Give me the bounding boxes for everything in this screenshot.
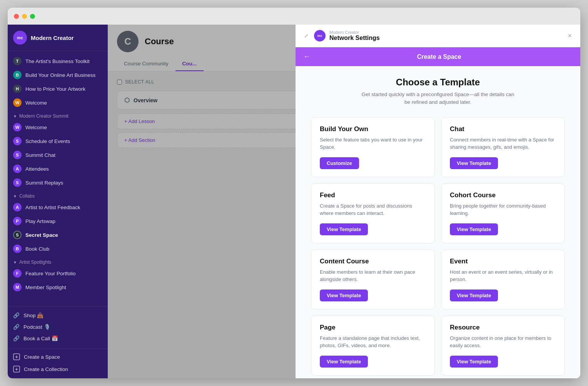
create-label: Create a Space	[24, 354, 60, 360]
traffic-light-yellow[interactable]	[22, 14, 27, 19]
view-template-button-feed[interactable]: View Template	[320, 223, 368, 235]
section-label: Collabs	[19, 193, 35, 199]
sidebar-item-welcome[interactable]: W Welcome	[8, 96, 108, 110]
traffic-light-green[interactable]	[30, 14, 35, 19]
sidebar-item-book-club[interactable]: B Book Club	[8, 242, 108, 256]
section-label: Modern Creator Summit	[19, 113, 68, 119]
item-icon: B	[13, 245, 22, 253]
window: mc Modern Creator T The Artist's Busines…	[8, 8, 580, 378]
sidebar-item-label: Welcome	[25, 125, 47, 130]
sidebar-item-label: Welcome	[25, 100, 47, 106]
item-icon: B	[13, 71, 22, 79]
network-modal-title-group: Modern Creator Network Settings	[329, 30, 562, 42]
sidebar-item-label: How to Price Your Artwork	[25, 86, 85, 92]
sidebar-item-summit-welcome[interactable]: W Welcome	[8, 120, 108, 134]
template-card-content-course: Content Course Enable members to learn a…	[311, 250, 435, 309]
create-plus-icon: +	[13, 366, 20, 373]
sidebar-item-artist-feedback[interactable]: A Artist to Artist Feedback	[8, 200, 108, 214]
item-icon: W	[13, 123, 22, 131]
sidebar-item-label: Member Spotlight	[25, 285, 66, 290]
sidebar-item-label: Secret Space	[25, 232, 58, 238]
sidebar-item-label: Summit Chat	[25, 152, 55, 158]
back-button[interactable]: ←	[303, 53, 310, 61]
view-template-button-content-course[interactable]: View Template	[320, 290, 368, 301]
sidebar-create-section: + Create a Space + Create a Collection	[8, 349, 108, 378]
sidebar-item-summit-chat[interactable]: S Summit Chat	[8, 148, 108, 162]
network-modal-title: Network Settings	[329, 35, 562, 42]
sidebar-app-name: Modern Creator	[31, 35, 74, 41]
item-icon: H	[13, 85, 22, 93]
template-title: Page	[320, 324, 426, 331]
item-icon: S	[13, 151, 22, 159]
template-desc: Organize content in one place for member…	[450, 334, 556, 349]
template-title: Event	[450, 258, 556, 265]
sidebar-item-feature-portfolio[interactable]: F Feature Your Portfolio	[8, 266, 108, 280]
template-title: Resource	[450, 324, 556, 331]
footer-label: Podcast 🎙️	[23, 324, 50, 330]
item-icon: S	[13, 137, 22, 145]
template-card-page: Page Feature a standalone page that incl…	[311, 316, 435, 376]
template-title: Chat	[450, 125, 556, 133]
sidebar-footer-podcast[interactable]: 🔗 Podcast 🎙️	[8, 321, 108, 333]
sidebar-item-member-spotlight[interactable]: M Member Spotlight	[8, 280, 108, 294]
template-desc: Enable members to learn at their own pac…	[320, 268, 426, 283]
sidebar-item-how-price[interactable]: H How to Price Your Artwork	[8, 82, 108, 96]
template-card-feed: Feed Create a Space for posts and discus…	[311, 183, 435, 243]
template-chooser-subtitle: Get started quickly with a preconfigured…	[311, 91, 565, 106]
sidebar-footer: 🔗 Shop 👜 🔗 Podcast 🎙️ 🔗 Book a Call 📅	[8, 306, 108, 349]
sidebar-item-label: Summit Replays	[25, 180, 63, 186]
view-template-button-resource[interactable]: View Template	[450, 356, 498, 368]
chevron-icon: ▼	[13, 114, 17, 118]
external-link-icon: 🔗	[13, 312, 20, 318]
view-template-button-page[interactable]: View Template	[320, 356, 368, 368]
sidebar-item-attendees[interactable]: A Attendees	[8, 162, 108, 176]
template-desc: Connect members in real-time with a Spac…	[450, 136, 556, 151]
template-chooser: Choose a Template Get started quickly wi…	[296, 66, 580, 378]
network-modal-header: ⤢ mc Modern Creator Network Settings ×	[296, 25, 580, 47]
chevron-icon: ▼	[13, 260, 17, 265]
footer-label: Book a Call 📅	[23, 335, 58, 341]
sidebar-section-modern-creator-summit[interactable]: ▼ Modern Creator Summit	[8, 110, 108, 120]
item-icon: F	[13, 269, 22, 278]
sidebar-item-label: Play Artswap	[25, 218, 55, 224]
sidebar-section-artist-spotlights[interactable]: ▼ Artist Spotlights	[8, 256, 108, 266]
template-chooser-title: Choose a Template	[311, 77, 565, 88]
sidebar: mc Modern Creator T The Artist's Busines…	[8, 25, 108, 378]
sidebar-section-collabs[interactable]: ▼ Collabs	[8, 190, 108, 200]
template-title: Cohort Course	[450, 191, 556, 199]
sidebar-item-artists-business[interactable]: T The Artist's Business Toolkit	[8, 54, 108, 68]
sidebar-item-schedule[interactable]: S Schedule of Events	[8, 134, 108, 148]
view-template-button-chat[interactable]: View Template	[450, 157, 498, 169]
item-icon: W	[13, 98, 22, 107]
view-template-button-event[interactable]: View Template	[450, 290, 498, 301]
template-title: Feed	[320, 191, 426, 199]
template-card-cohort-course: Cohort Course Bring people together for …	[441, 183, 565, 243]
item-icon: P	[13, 217, 22, 225]
sidebar-create-collection[interactable]: + Create a Collection	[8, 363, 108, 375]
create-space-title: Create a Space	[315, 53, 563, 60]
sidebar-item-play-artswap[interactable]: P Play Artswap	[8, 214, 108, 228]
sidebar-create-space[interactable]: + Create a Space	[8, 351, 108, 363]
sidebar-item-secret-space[interactable]: S Secret Space	[8, 228, 108, 242]
customize-button[interactable]: Customize	[320, 157, 359, 169]
app-body: mc Modern Creator T The Artist's Busines…	[8, 25, 580, 378]
create-space-header: ← Create a Space	[296, 47, 580, 66]
network-modal-logo: mc	[314, 30, 326, 42]
template-desc: Feature a standalone page that includes …	[320, 334, 426, 349]
sidebar-item-build-online[interactable]: B Build Your Online Art Business	[8, 68, 108, 82]
expand-icon[interactable]: ⤢	[302, 31, 310, 40]
sidebar-footer-shop[interactable]: 🔗 Shop 👜	[8, 309, 108, 321]
template-grid: Build Your Own Select the feature tabs y…	[311, 117, 565, 376]
view-template-button-cohort[interactable]: View Template	[450, 223, 498, 235]
item-icon: A	[13, 165, 22, 173]
create-plus-icon: +	[13, 353, 20, 360]
sidebar-footer-book-a-call[interactable]: 🔗 Book a Call 📅	[8, 333, 108, 344]
close-button[interactable]: ×	[566, 30, 573, 42]
item-icon: S	[13, 178, 22, 187]
traffic-light-red[interactable]	[14, 14, 19, 19]
sidebar-item-summit-replays[interactable]: S Summit Replays	[8, 176, 108, 190]
item-icon: S	[13, 231, 22, 239]
item-icon: A	[13, 203, 22, 211]
template-card-event: Event Host an event or an event series, …	[441, 250, 565, 309]
sidebar-item-label: The Artist's Business Toolkit	[25, 58, 90, 64]
